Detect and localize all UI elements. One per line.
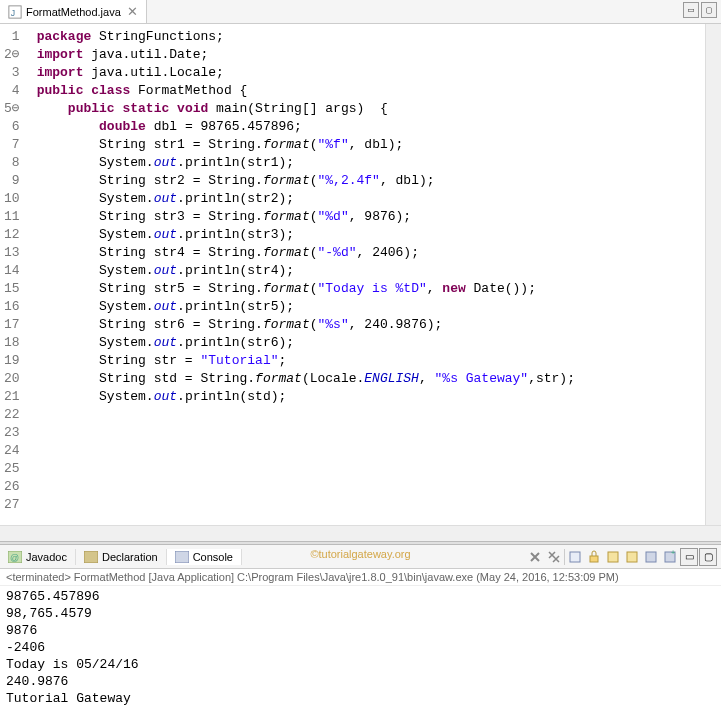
code-line[interactable]: String str4 = String.format("-%d", 2406)… — [37, 244, 697, 262]
editor-window-controls: ▭ ▢ — [683, 2, 717, 18]
line-number: 20 — [4, 370, 20, 388]
clear-console-icon[interactable] — [566, 548, 584, 566]
declaration-icon — [84, 551, 98, 563]
remove-launch-icon[interactable] — [526, 548, 544, 566]
code-line[interactable]: System.out.println(std); — [37, 388, 697, 406]
svg-rect-6 — [570, 552, 580, 562]
code-area[interactable]: package StringFunctions;import java.util… — [29, 24, 705, 525]
close-icon[interactable]: ✕ — [127, 5, 138, 18]
line-number: 3 — [4, 64, 20, 82]
line-number: 6 — [4, 118, 20, 136]
code-line[interactable]: System.out.println(str6); — [37, 334, 697, 352]
line-number: 21 — [4, 388, 20, 406]
line-number: 11 — [4, 208, 20, 226]
tab-label: Declaration — [102, 551, 158, 563]
tab-javadoc[interactable]: @ Javadoc — [0, 549, 76, 565]
console-toolbar: + ▭ ▢ — [526, 548, 717, 566]
line-number: 1 — [4, 28, 20, 46]
tab-filename: FormatMethod.java — [26, 6, 121, 18]
svg-rect-5 — [175, 551, 189, 563]
code-line[interactable]: String str5 = String.format("Today is %t… — [37, 280, 697, 298]
line-number: 2⊖ — [4, 46, 20, 64]
tab-console[interactable]: Console — [167, 549, 242, 565]
svg-text:@: @ — [10, 553, 19, 563]
minimize-button[interactable]: ▭ — [683, 2, 699, 18]
line-number: 19 — [4, 352, 20, 370]
remove-all-icon[interactable] — [545, 548, 563, 566]
code-line[interactable]: package StringFunctions; — [37, 28, 697, 46]
line-number: 5⊖ — [4, 100, 20, 118]
line-number: 16 — [4, 298, 20, 316]
code-line[interactable]: String str2 = String.format("%,2.4f", db… — [37, 172, 697, 190]
line-number: 23 — [4, 424, 20, 442]
svg-rect-7 — [590, 556, 598, 562]
tab-label: Console — [193, 551, 233, 563]
svg-rect-8 — [608, 552, 618, 562]
code-line[interactable]: System.out.println(str4); — [37, 262, 697, 280]
code-line[interactable]: public static void main(String[] args) { — [37, 100, 697, 118]
line-number: 9 — [4, 172, 20, 190]
line-number: 13 — [4, 244, 20, 262]
code-line[interactable]: double dbl = 98765.457896; — [37, 118, 697, 136]
line-number: 8 — [4, 154, 20, 172]
line-number: 15 — [4, 280, 20, 298]
code-line[interactable]: String str = "Tutorial"; — [37, 352, 697, 370]
line-number: 17 — [4, 316, 20, 334]
horizontal-scrollbar[interactable] — [0, 525, 721, 541]
display-selected-icon[interactable] — [642, 548, 660, 566]
code-line[interactable]: System.out.println(str3); — [37, 226, 697, 244]
code-line[interactable]: import java.util.Date; — [37, 46, 697, 64]
word-wrap-icon[interactable] — [604, 548, 622, 566]
line-number: 18 — [4, 334, 20, 352]
line-number: 26 — [4, 478, 20, 496]
open-console-icon[interactable]: + — [661, 548, 679, 566]
scroll-lock-icon[interactable] — [585, 548, 603, 566]
line-number: 7 — [4, 136, 20, 154]
bottom-panel-tabs: @ Javadoc Declaration Console ©tutorialg… — [0, 545, 721, 569]
vertical-scrollbar[interactable] — [705, 24, 721, 525]
maximize-button[interactable]: ▢ — [701, 2, 717, 18]
line-number: 12 — [4, 226, 20, 244]
svg-rect-4 — [84, 551, 98, 563]
code-editor[interactable]: 1 2⊖ 3 4 5⊖ 6 7 8 9 10 11 12 13 14 15 16… — [0, 24, 721, 525]
code-line[interactable]: String str3 = String.format("%d", 9876); — [37, 208, 697, 226]
max-button[interactable]: ▢ — [699, 548, 717, 566]
svg-rect-10 — [646, 552, 656, 562]
console-output[interactable]: 98765.457896 98,765.4579 9876 -2406 Toda… — [0, 586, 721, 709]
console-launch-info: <terminated> FormatMethod [Java Applicat… — [0, 569, 721, 586]
line-number: 24 — [4, 442, 20, 460]
code-line[interactable]: System.out.println(str2); — [37, 190, 697, 208]
line-number: 27 — [4, 496, 20, 514]
line-number: 10 — [4, 190, 20, 208]
code-line[interactable]: String str1 = String.format("%f", dbl); — [37, 136, 697, 154]
code-line[interactable]: System.out.println(str5); — [37, 298, 697, 316]
svg-text:J: J — [11, 7, 15, 17]
javadoc-icon: @ — [8, 551, 22, 563]
line-number: 22 — [4, 406, 20, 424]
console-icon — [175, 551, 189, 563]
line-number: 25 — [4, 460, 20, 478]
java-file-icon: J — [8, 5, 22, 19]
code-line[interactable]: public class FormatMethod { — [37, 82, 697, 100]
line-number: 14 — [4, 262, 20, 280]
code-line[interactable]: System.out.println(str1); — [37, 154, 697, 172]
tab-label: Javadoc — [26, 551, 67, 563]
code-line[interactable]: String std = String.format(Locale.ENGLIS… — [37, 370, 697, 388]
code-line[interactable]: String str6 = String.format("%s", 240.98… — [37, 316, 697, 334]
svg-rect-9 — [627, 552, 637, 562]
min-button[interactable]: ▭ — [680, 548, 698, 566]
watermark-text: ©tutorialgateway.org — [310, 548, 410, 560]
svg-text:+: + — [671, 550, 675, 556]
pin-console-icon[interactable] — [623, 548, 641, 566]
divider — [564, 549, 565, 565]
line-number-gutter: 1 2⊖ 3 4 5⊖ 6 7 8 9 10 11 12 13 14 15 16… — [0, 24, 29, 525]
editor-tabbar: J FormatMethod.java ✕ ▭ ▢ — [0, 0, 721, 24]
tab-declaration[interactable]: Declaration — [76, 549, 167, 565]
line-number: 4 — [4, 82, 20, 100]
editor-tab[interactable]: J FormatMethod.java ✕ — [0, 0, 147, 23]
code-line[interactable]: import java.util.Locale; — [37, 64, 697, 82]
